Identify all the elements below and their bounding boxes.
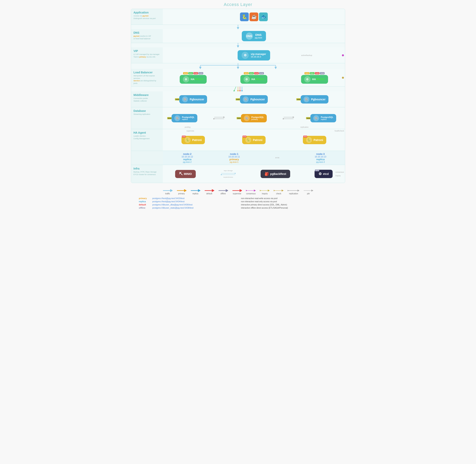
lb-title: Load Balancer (134, 71, 160, 74)
patroni-icon-node1: 🐍 (245, 137, 251, 143)
haproxy-node2: 5433 5434 5436 5438 ⚙ HAPROXY (180, 75, 207, 84)
legend-replica-label: replica (192, 193, 198, 195)
healthcheck-label: healthcheck (335, 130, 344, 132)
pgbouncer-box-node3: 🐘 Pgbouncer (301, 95, 328, 104)
connector-dns-vip (131, 43, 345, 47)
legend-key-default: default (139, 203, 151, 206)
haproxy-node1-ports: 5433 5434 5436 5438 (244, 72, 264, 74)
pgbouncer-icon-node2: 🐘 (182, 96, 188, 102)
legend-inquiry-label: inquiry (262, 193, 268, 195)
legend-desc-primary: non-interactive read-write access via po… (241, 197, 337, 200)
vip-consensus-dot (342, 54, 344, 56)
pgbouncer-node1: 6432 🐘 Pgbouncer (240, 95, 268, 104)
pitr-label-area: PITR (275, 153, 280, 163)
main-diagram: Application Access via pg-testDistinguis… (131, 9, 345, 183)
app-icons-group: 🐍 ☕ 🐟 (240, 12, 268, 21)
db-port-node2: 5432 (167, 117, 172, 119)
java-icon: ☕ (250, 12, 258, 21)
pooling-label: pooling (185, 126, 190, 128)
haproxy-icon-node3: ⚙ (304, 76, 311, 82)
port-5433-tag-2: 5433 (244, 72, 249, 74)
local-s3-label: local/s3/minio (223, 176, 233, 178)
middleware-label: Middleware Connection poolerStatistic co… (131, 91, 163, 107)
legend-consensus: consensus (246, 189, 256, 195)
python-icon: 🐍 (240, 12, 249, 21)
legend-desc-default-text: interactive primary direct access (DDL, … (241, 204, 287, 206)
infra-desc: Backup, PITR, Repo StorageETCD cluster f… (134, 171, 160, 176)
dns-box-sublabel: pg-test (255, 37, 262, 39)
port-5436-tag-2: 5436 (254, 72, 259, 74)
postgres-label-node3: PostgreSQL replica (321, 116, 333, 120)
postgres-box-node2: 🐘 PostgreSQL replica (172, 114, 197, 122)
legend-key-replica: replica (139, 200, 151, 203)
postgres-label-node1: PostgreSQL primary (251, 116, 264, 120)
minio-box: ⛏ MINIO (175, 170, 196, 178)
node3-ip: 10.10.10.13 (315, 155, 326, 158)
pgbouncer-label-node3: Pgbouncer (311, 98, 325, 101)
legend-check-label: check (276, 193, 281, 195)
postgres-icon-node1: 🐘 (244, 115, 250, 121)
patroni-box-node3: 8008 🐍 Patroni (303, 136, 326, 144)
etcd-box: 2379 ⚙ etcd (315, 170, 333, 178)
legend-arrows: traffic primary replica default (135, 189, 341, 195)
pgbouncer-port-node1: 6432 (236, 98, 240, 100)
pgbouncer-box-node1: 🐘 Pgbouncer (240, 95, 268, 104)
connector-lb-middleware (131, 87, 345, 91)
dns-label: DNS pg-test resolve to VIPor fixed load … (131, 29, 163, 43)
haproxy-label-node1: HAPROXY (252, 78, 264, 81)
database-title: Database (134, 109, 160, 112)
haproxy-icon-node2: ⚙ (183, 76, 189, 82)
pgbouncer-port-node2: 6432 (175, 98, 180, 100)
legend-replica: replica (190, 189, 200, 195)
middleware-layer: Middleware Connection poolerStatistic co… (131, 91, 345, 107)
legend-desc-replica: non-interactive read-only access via poo… (241, 200, 337, 203)
node1-role: primary (228, 158, 240, 161)
legend-desc-offline-text: interactive offline direct access (ETL/S… (241, 207, 288, 209)
node-info-content: node-2 10.10.10.12 replica pg-test-2 nod… (163, 151, 345, 165)
legend-replication-label: replication (289, 193, 298, 195)
vip-content: ⚙ vip-manager 10.10.10.3 active/backup (163, 47, 345, 63)
infra-layer: Infra Backup, PITR, Repo StorageETCD clu… (131, 165, 345, 183)
pgbouncer-icon-node1: 🐘 (243, 96, 249, 102)
legend-traffic: traffic (163, 189, 173, 195)
middleware-row: 6432 🐘 Pgbouncer 6432 🐘 Pgbouncer (165, 95, 343, 104)
minio-label: MINIO (184, 172, 192, 175)
database-label: Database Streaming replication (131, 107, 163, 129)
postgres-box-node1: 🐘 PostgreSQL primary (241, 114, 267, 122)
port-5436-tag-3: 5436 (315, 72, 320, 74)
vip-box: ⚙ vip-manager 10.10.10.3 (238, 50, 270, 60)
pgbouncer-label-node2: Pgbouncer (190, 98, 204, 101)
supervise-label: supervise (186, 130, 194, 132)
legend-default-label: default (206, 193, 212, 195)
haproxy-box-node2: ⚙ HAPROXY (180, 75, 207, 84)
database-layer: Database Streaming replication pooling r… (131, 107, 345, 129)
etcd-label: etcd (323, 172, 329, 175)
dns-title: DNS (134, 31, 160, 34)
db-row: 5432 🐘 PostgreSQL replica (165, 112, 343, 124)
legend-default: default (204, 189, 214, 195)
legend-row-replica: replica postgres://test@pg-test:5434/tes… (139, 200, 235, 203)
port-5438-tag: 5438 (199, 72, 203, 74)
ha-agent-desc: Leader electionConfig Management (134, 135, 160, 140)
patroni-label-node1: Patroni (253, 138, 262, 142)
ha-agent-content: supervise healthcheck 8008 🐍 Patroni 800… (163, 129, 345, 151)
pgbouncer-port-node3: 6432 (296, 98, 301, 100)
dns-text: DNS pg-test (255, 33, 262, 39)
node2-name: node-2 (182, 153, 193, 155)
node1-name: node-1 (228, 153, 240, 155)
haproxy-node3-ports: 5433 5434 5436 5438 (304, 72, 324, 74)
legend-desc-default: interactive primary direct access (DDL, … (241, 203, 337, 206)
dns-box-label: DNS (255, 33, 262, 37)
etcd-container: 2379 ⚙ etcd (315, 170, 333, 178)
haproxy-node2-ports: 5433 5434 5436 5438 (183, 72, 203, 74)
vip-title: VIP (134, 49, 160, 53)
node2-info: node-2 10.10.10.12 replica pg-test-2 (182, 153, 193, 163)
legend-row-offline: offline postgres://dbuser_stats@pg-test:… (139, 207, 235, 209)
postgres-icon-node2: 🐘 (174, 115, 180, 121)
svg-line-7 (234, 87, 236, 91)
ha-agent-layer: HA Agent Leader electionConfig Managemen… (131, 129, 345, 151)
patroni-icon-node3: 🐍 (306, 137, 312, 143)
db-port-node1: 5432 (237, 117, 241, 119)
application-layer: Application Access via pg-testDistinguis… (131, 9, 345, 25)
legend-offline-label: offline (221, 193, 226, 195)
